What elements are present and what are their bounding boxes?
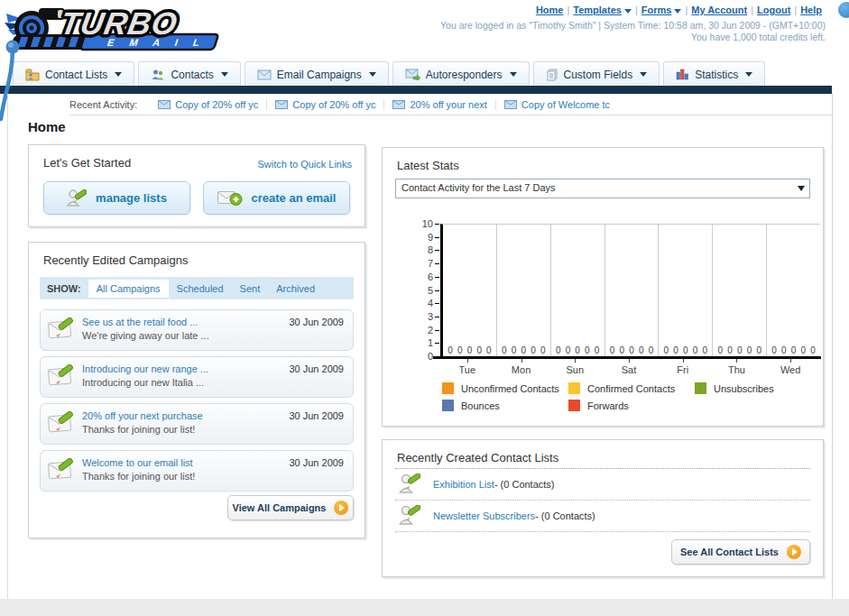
y-tick-mark — [435, 330, 439, 331]
bar-value-label: 0 — [531, 345, 536, 355]
nav-tab-statistics[interactable]: Statistics — [663, 61, 765, 87]
bar-value-label: 0 — [512, 345, 517, 355]
header-link-templates[interactable]: Templates — [573, 5, 632, 15]
recent-activity-link[interactable]: Copy of Welcome tc — [521, 99, 610, 110]
manage-lists-label: manage lists — [96, 191, 167, 205]
page-title: Home — [28, 119, 66, 134]
create-email-label: create an email — [252, 191, 337, 205]
decorative-dot — [838, 2, 849, 18]
campaign-row[interactable]: Introducing our new range ... Introducin… — [40, 356, 354, 398]
bar-value-label: 0 — [756, 345, 761, 355]
recently-created-contact-lists-panel: Recently Created Contact Lists Exhibitio… — [382, 439, 824, 577]
envelope-icon — [392, 100, 405, 109]
login-status-text: You are logged in as "Timothy Smith" | S… — [440, 20, 826, 31]
nav-tab-custom-fields[interactable]: Custom Fields — [533, 61, 660, 87]
x-tick-label: Thu — [709, 364, 763, 375]
campaign-title-link[interactable]: Welcome to our email list — [82, 457, 193, 468]
filter-tab-archived[interactable]: Archived — [276, 283, 315, 294]
y-tick-label: 4 — [408, 298, 433, 308]
nav-tab-contacts[interactable]: Contacts — [138, 61, 240, 87]
view-all-campaigns-button[interactable]: View All Campaigns — [227, 495, 354, 520]
bar-value-label: 0 — [556, 345, 561, 355]
manage-lists-button[interactable]: manage lists — [43, 181, 190, 215]
campaign-date: 30 Jun 2009 — [289, 317, 344, 327]
recent-activity-link[interactable]: Copy of 20% off yc — [175, 99, 258, 110]
recent-activity-link[interactable]: Copy of 20% off yc — [292, 99, 375, 110]
campaign-title-link[interactable]: 20% off your next purchase — [82, 410, 203, 421]
campaign-subtitle: Introducing our new Italia ... — [82, 377, 204, 388]
y-tick-label: 9 — [408, 232, 433, 243]
latest-stats-title: Latest Stats — [397, 159, 459, 172]
nav-tab-label: Contact Lists — [45, 69, 107, 81]
switch-to-quick-links[interactable]: Switch to Quick Links — [257, 159, 352, 170]
content-frame: Recent Activity: Copy of 20% off yc Copy… — [7, 94, 833, 600]
x-tick-mark — [467, 359, 468, 363]
campaign-row[interactable]: See us at the retail food ... We're givi… — [40, 309, 354, 351]
person-pencil-icon — [67, 189, 87, 207]
campaign-row[interactable]: Welcome to our email list Thanks for joi… — [40, 450, 354, 492]
nav-tab-label: Contacts — [171, 69, 213, 81]
campaign-date: 30 Jun 2009 — [289, 363, 344, 374]
divider — [69, 115, 832, 115]
envelope-pencil-icon — [48, 364, 77, 389]
bar-value-label: 0 — [727, 345, 733, 355]
recent-activity-item: Copy of Welcome tc — [495, 99, 618, 110]
x-tick-label: Mon — [494, 364, 549, 375]
arrow-right-icon — [787, 545, 801, 559]
contact-lists-panel-title: Recently Created Contact Lists — [397, 451, 558, 464]
campaign-row[interactable]: 20% off your next purchase Thanks for jo… — [40, 403, 354, 445]
bar-value-label: 0 — [448, 345, 453, 355]
stats-period-select[interactable]: Contact Activity for the Last 7 Days — [395, 179, 810, 198]
header-links: Home|Templates|Forms|My Account|Logout|H… — [532, 5, 826, 15]
contact-list-item[interactable]: Exhibition List - (0 Contacts) — [395, 469, 810, 501]
envelope-plus-icon — [217, 189, 243, 207]
campaign-title-link[interactable]: Introducing our new range ... — [82, 363, 208, 374]
bar-value-label: 0 — [639, 345, 644, 355]
filter-tab-sent[interactable]: Sent — [240, 283, 261, 294]
legend-swatch — [568, 382, 580, 394]
header-link-home[interactable]: Home — [536, 5, 564, 15]
see-all-contact-lists-button[interactable]: See All Contact Lists — [671, 539, 810, 565]
contact-list-item[interactable]: Newsletter Subscribers - (0 Contacts) — [395, 501, 810, 532]
chevron-down-icon — [221, 72, 228, 77]
bar-value-label: 0 — [457, 345, 463, 355]
header-link-my-account[interactable]: My Account — [691, 5, 747, 15]
view-all-campaigns-label: View All Campaigns — [233, 502, 327, 513]
separator: | — [751, 5, 753, 15]
campaign-subtitle: Thanks for joining our list! — [82, 424, 195, 435]
filter-tab-scheduled[interactable]: Scheduled — [177, 283, 224, 294]
x-tick-mark — [790, 359, 791, 363]
nav-tab-email-campaigns[interactable]: Email Campaigns — [245, 61, 389, 87]
recent-activity-item: Copy of 20% off yc — [266, 99, 383, 110]
nav-tab-autoresponders[interactable]: Autoresponders — [392, 61, 530, 87]
campaign-title-link[interactable]: See us at the retail food ... — [82, 317, 198, 327]
contact-list-items: Exhibition List - (0 Contacts) Newslette… — [395, 469, 810, 532]
bar-value-label: 0 — [781, 345, 787, 355]
bar-value-label: 0 — [619, 345, 624, 355]
filter-tab-all-campaigns[interactable]: All Campaigns — [88, 280, 169, 298]
contact-list-link[interactable]: Newsletter Subscribers — [433, 510, 535, 521]
legend-item: Forwards — [568, 400, 695, 411]
contact-list-link[interactable]: Exhibition List — [433, 479, 494, 490]
campaign-date: 30 Jun 2009 — [289, 457, 344, 468]
campaign-date: 30 Jun 2009 — [289, 410, 344, 421]
bar-value-label: 0 — [585, 345, 590, 355]
header-link-forms[interactable]: Forms — [641, 5, 682, 15]
bar-value-label: 0 — [664, 345, 669, 355]
turbo-email-logo: E M A I L TURBO TURBO — [5, 5, 246, 53]
pages-icon — [546, 69, 558, 81]
x-tick-label: Sat — [602, 364, 656, 375]
campaign-subtitle: We're giving away our late ... — [82, 330, 209, 341]
nav-tab-contact-lists[interactable]: Contact Lists — [13, 61, 134, 87]
create-email-button[interactable]: create an email — [203, 181, 350, 215]
y-tick-mark — [435, 250, 439, 251]
bar-value-label: 0 — [673, 345, 678, 355]
recent-activity-link[interactable]: 20% off your next — [410, 99, 486, 110]
header-link-logout[interactable]: Logout — [757, 5, 790, 15]
header-link-help[interactable]: Help — [800, 5, 822, 15]
legend-label: Confirmed Contacts — [587, 383, 675, 394]
nav-tab-label: Custom Fields — [564, 69, 633, 81]
bar-value-label: 0 — [575, 345, 580, 355]
legend-label: Bounces — [461, 400, 500, 411]
bar-value-label: 0 — [566, 345, 571, 355]
